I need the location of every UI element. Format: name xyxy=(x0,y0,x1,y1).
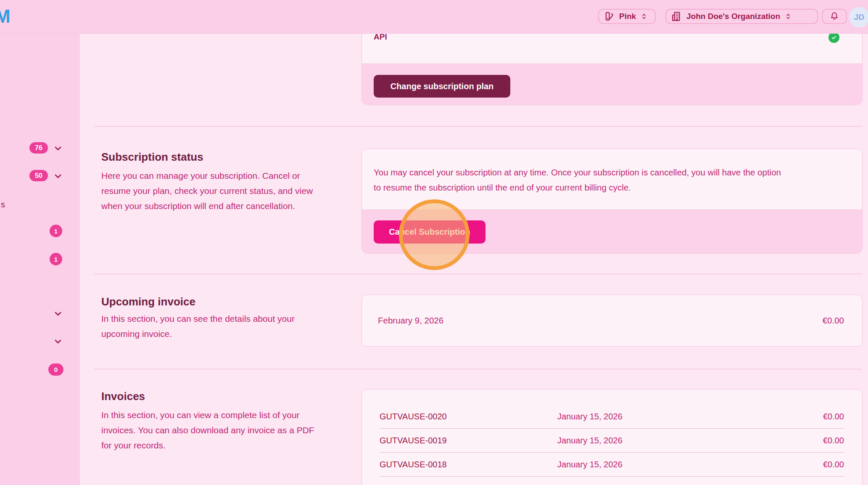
invoice-number: GUTVAUSE-0020 xyxy=(380,412,557,421)
invoice-amount: €0.00 xyxy=(823,484,844,485)
sidebar-count-badge: 76 xyxy=(29,142,48,154)
organization-selector-button[interactable]: John Doe's Organization xyxy=(665,9,818,24)
section-divider xyxy=(94,369,862,369)
invoice-row[interactable]: GUTVAUSE-0019 January 15, 2026 €0.00 xyxy=(380,428,844,452)
notifications-button[interactable] xyxy=(822,9,847,24)
invoice-number: GUTVAUSE-0018 xyxy=(380,460,557,469)
upcoming-invoice-heading: Upcoming invoice xyxy=(101,295,195,308)
organization-label: John Doe's Organization xyxy=(686,12,780,21)
invoice-date: January 15, 2026 xyxy=(557,484,823,485)
chevron-up-down-icon xyxy=(784,13,792,20)
chevron-up-down-icon xyxy=(640,13,648,20)
upcoming-invoice-date: February 9, 2026 xyxy=(378,315,443,326)
invoice-row[interactable]: GUTVAUSE-0018 January 15, 2026 €0.00 xyxy=(380,452,844,476)
subscription-status-description: Here you can manage your subscription. C… xyxy=(101,168,362,214)
invoice-date: January 15, 2026 xyxy=(557,436,823,445)
sidebar-count-badge: 0 xyxy=(48,363,63,376)
building-icon xyxy=(671,11,682,22)
description-line: Here you can manage your subscription. C… xyxy=(101,168,362,183)
upcoming-invoice-amount: €0.00 xyxy=(823,315,844,326)
invoice-amount: €0.00 xyxy=(823,460,844,469)
chevron-down-icon[interactable] xyxy=(53,171,63,181)
top-bar: M Pink John Doe's Organization JD xyxy=(0,0,868,34)
bell-icon xyxy=(829,11,839,21)
invoices-card: GUTVAUSE-0020 January 15, 2026 €0.00 GUT… xyxy=(361,389,863,485)
section-divider xyxy=(94,274,862,274)
sidebar-count-badge: 1 xyxy=(50,253,62,265)
invoice-date: January 15, 2026 xyxy=(557,412,823,421)
invoice-row[interactable]: GUTVAUSE-0020 January 15, 2026 €0.00 xyxy=(380,405,844,428)
plan-card-footer: Change subscription plan xyxy=(362,64,862,105)
info-line: to resume the subscription until the end… xyxy=(374,180,853,195)
invoice-row[interactable]: GUTVAUSE-0017 January 15, 2026 €0.00 xyxy=(380,476,844,485)
sidebar-count-badge: 50 xyxy=(29,170,48,181)
change-subscription-plan-button[interactable]: Change subscription plan xyxy=(374,75,510,98)
description-line: In this section, you can see the details… xyxy=(101,311,362,326)
description-line: resume your plan, check your current sta… xyxy=(101,183,362,199)
sidebar-count-badge: 1 xyxy=(50,225,62,237)
section-divider xyxy=(94,126,862,127)
invoice-date: January 15, 2026 xyxy=(557,460,823,469)
description-line: upcoming invoice. xyxy=(101,326,362,342)
description-line: In this section, you can view a complete… xyxy=(101,408,362,423)
cancel-policy-text: You may cancel your subscription at any … xyxy=(374,165,853,195)
theme-label: Pink xyxy=(619,12,636,21)
invoices-description: In this section, you can view a complete… xyxy=(101,408,362,453)
invoice-number: GUTVAUSE-0017 xyxy=(380,484,557,485)
description-line: when your subscription will end after ca… xyxy=(101,199,362,214)
invoice-amount: €0.00 xyxy=(823,436,844,445)
plan-card: API Change subscription plan xyxy=(361,21,863,105)
upcoming-invoice-card: February 9, 2026 €0.00 xyxy=(361,294,863,347)
invoices-heading: Invoices xyxy=(101,390,145,403)
chevron-down-icon[interactable] xyxy=(53,309,63,319)
subscription-status-heading: Subscription status xyxy=(101,151,203,164)
subscription-status-card-footer: Cancel Subscription xyxy=(362,209,862,253)
upcoming-invoice-description: In this section, you can see the details… xyxy=(101,311,362,342)
user-avatar[interactable]: JD xyxy=(849,7,868,27)
subscription-status-card: You may cancel your subscription at any … xyxy=(361,148,863,254)
cancel-subscription-button[interactable]: Cancel Subscription xyxy=(374,220,485,244)
chevron-down-icon[interactable] xyxy=(53,337,63,347)
description-line: for your records. xyxy=(101,438,362,453)
description-line: invoices. You can also download any invo… xyxy=(101,423,362,438)
plan-feature-api-label: API xyxy=(374,32,387,42)
sidebar: 76 50 s 1 1 0 xyxy=(0,33,80,485)
invoice-number: GUTVAUSE-0019 xyxy=(380,436,557,445)
palette-icon xyxy=(604,11,615,22)
info-line: You may cancel your subscription at any … xyxy=(374,165,853,180)
sidebar-label-fragment: s xyxy=(1,200,5,209)
app-logo[interactable]: M xyxy=(0,6,10,27)
chevron-down-icon[interactable] xyxy=(53,143,63,154)
theme-selector-button[interactable]: Pink xyxy=(598,9,656,24)
invoice-amount: €0.00 xyxy=(823,412,844,421)
